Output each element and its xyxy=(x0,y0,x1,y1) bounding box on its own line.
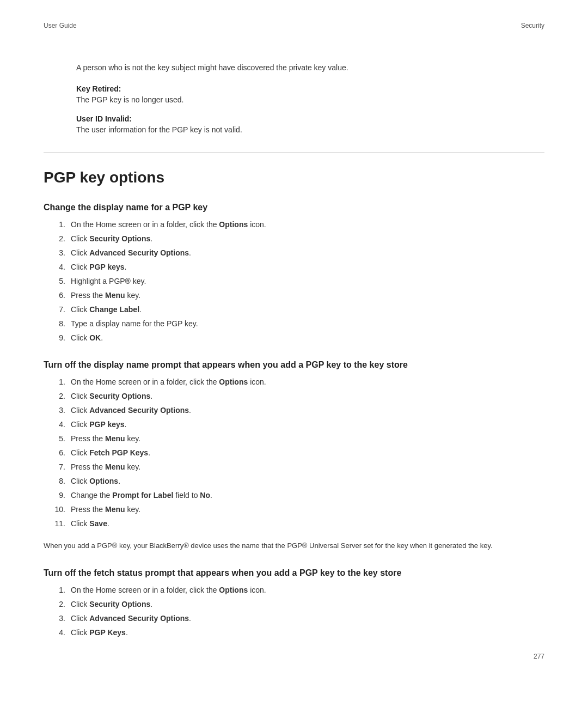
step-content: Change the Prompt for Label field to No. xyxy=(71,490,544,501)
step-number: 4. xyxy=(44,261,71,273)
step-item: 2.Click Security Options. xyxy=(44,599,544,610)
step-item: 6.Press the Menu key. xyxy=(44,290,544,301)
step-number: 2. xyxy=(44,233,71,245)
step-number: 11. xyxy=(44,518,71,530)
step-item: 7.Click Change Label. xyxy=(44,304,544,315)
step-number: 10. xyxy=(44,504,71,515)
step-content: Click OK. xyxy=(71,332,544,344)
step-item: 3.Click Advanced Security Options. xyxy=(44,247,544,259)
step-item: 8.Click Options. xyxy=(44,476,544,487)
step-number: 3. xyxy=(44,405,71,416)
step-number: 8. xyxy=(44,476,71,487)
step-item: 10.Press the Menu key. xyxy=(44,504,544,515)
step-content: Click Advanced Security Options. xyxy=(71,613,544,624)
step-number: 1. xyxy=(44,585,71,596)
steps-list: 1.On the Home screen or in a folder, cli… xyxy=(44,219,544,344)
step-content: Click PGP keys. xyxy=(71,419,544,430)
step-content: On the Home screen or in a folder, click… xyxy=(71,219,544,230)
section-turn-off-display-prompt: Turn off the display name prompt that ap… xyxy=(44,360,544,552)
section-divider xyxy=(44,152,544,153)
note-text: When you add a PGP® key, your BlackBerry… xyxy=(44,540,544,552)
section-turn-off-fetch-status: Turn off the fetch status prompt that ap… xyxy=(44,568,544,638)
step-number: 5. xyxy=(44,433,71,445)
step-item: 7.Press the Menu key. xyxy=(44,461,544,473)
page-title: PGP key options xyxy=(44,169,544,186)
step-item: 9.Click OK. xyxy=(44,332,544,344)
step-item: 3.Click Advanced Security Options. xyxy=(44,405,544,416)
step-content: On the Home screen or in a folder, click… xyxy=(71,376,544,388)
term-label: Key Retired: xyxy=(76,84,544,93)
term-definition: The user information for the PGP key is … xyxy=(76,124,544,136)
step-content: On the Home screen or in a folder, click… xyxy=(71,585,544,596)
step-item: 2.Click Security Options. xyxy=(44,391,544,402)
step-item: 3.Click Advanced Security Options. xyxy=(44,613,544,624)
step-number: 1. xyxy=(44,376,71,388)
step-content: Click Change Label. xyxy=(71,304,544,315)
header-left: User Guide xyxy=(44,22,77,29)
step-item: 5.Press the Menu key. xyxy=(44,433,544,445)
header-right: Security xyxy=(521,22,544,29)
step-content: Press the Menu key. xyxy=(71,461,544,473)
step-content: Click Advanced Security Options. xyxy=(71,405,544,416)
step-item: 1.On the Home screen or in a folder, cli… xyxy=(44,376,544,388)
step-content: Click PGP keys. xyxy=(71,261,544,273)
subsection-title: Change the display name for a PGP key xyxy=(44,203,544,212)
step-content: Press the Menu key. xyxy=(71,504,544,515)
section-change-display-name: Change the display name for a PGP key1.O… xyxy=(44,203,544,344)
step-number: 9. xyxy=(44,332,71,344)
step-content: Press the Menu key. xyxy=(71,433,544,445)
step-number: 4. xyxy=(44,627,71,638)
step-number: 7. xyxy=(44,304,71,315)
terms-block: Key Retired:The PGP key is no longer use… xyxy=(44,84,544,136)
steps-list: 1.On the Home screen or in a folder, cli… xyxy=(44,376,544,530)
sections-block: Change the display name for a PGP key1.O… xyxy=(44,203,544,638)
step-item: 9.Change the Prompt for Label field to N… xyxy=(44,490,544,501)
step-content: Highlight a PGP® key. xyxy=(71,276,544,287)
step-number: 3. xyxy=(44,613,71,624)
step-number: 6. xyxy=(44,290,71,301)
page-header: User Guide Security xyxy=(44,22,544,29)
step-item: 5.Highlight a PGP® key. xyxy=(44,276,544,287)
step-content: Type a display name for the PGP key. xyxy=(71,318,544,330)
step-content: Click Fetch PGP Keys. xyxy=(71,447,544,459)
steps-list: 1.On the Home screen or in a folder, cli… xyxy=(44,585,544,638)
step-content: Press the Menu key. xyxy=(71,290,544,301)
step-item: 2.Click Security Options. xyxy=(44,233,544,245)
step-content: Click Advanced Security Options. xyxy=(71,247,544,259)
step-number: 1. xyxy=(44,219,71,230)
step-content: Click Security Options. xyxy=(71,391,544,402)
step-content: Click Security Options. xyxy=(71,233,544,245)
step-content: Click Save. xyxy=(71,518,544,530)
step-number: 7. xyxy=(44,461,71,473)
step-item: 4.Click PGP keys. xyxy=(44,419,544,430)
step-item: 4.Click PGP Keys. xyxy=(44,627,544,638)
step-number: 2. xyxy=(44,599,71,610)
term-label: User ID Invalid: xyxy=(76,114,544,123)
step-number: 6. xyxy=(44,447,71,459)
subsection-title: Turn off the display name prompt that ap… xyxy=(44,360,544,370)
step-content: Click Options. xyxy=(71,476,544,487)
step-number: 5. xyxy=(44,276,71,287)
subsection-title: Turn off the fetch status prompt that ap… xyxy=(44,568,544,578)
page-container: User Guide Security A person who is not … xyxy=(0,0,588,682)
step-item: 8.Type a display name for the PGP key. xyxy=(44,318,544,330)
step-item: 11.Click Save. xyxy=(44,518,544,530)
step-item: 1.On the Home screen or in a folder, cli… xyxy=(44,219,544,230)
step-number: 4. xyxy=(44,419,71,430)
step-number: 2. xyxy=(44,391,71,402)
step-number: 3. xyxy=(44,247,71,259)
intro-paragraph: A person who is not the key subject migh… xyxy=(76,62,544,74)
step-item: 4.Click PGP keys. xyxy=(44,261,544,273)
page-number: 277 xyxy=(534,653,544,660)
step-item: 6.Click Fetch PGP Keys. xyxy=(44,447,544,459)
step-number: 8. xyxy=(44,318,71,330)
step-number: 9. xyxy=(44,490,71,501)
term-block: User ID Invalid:The user information for… xyxy=(44,114,544,136)
step-content: Click PGP Keys. xyxy=(71,627,544,638)
term-block: Key Retired:The PGP key is no longer use… xyxy=(44,84,544,106)
term-definition: The PGP key is no longer used. xyxy=(76,94,544,106)
step-content: Click Security Options. xyxy=(71,599,544,610)
step-item: 1.On the Home screen or in a folder, cli… xyxy=(44,585,544,596)
